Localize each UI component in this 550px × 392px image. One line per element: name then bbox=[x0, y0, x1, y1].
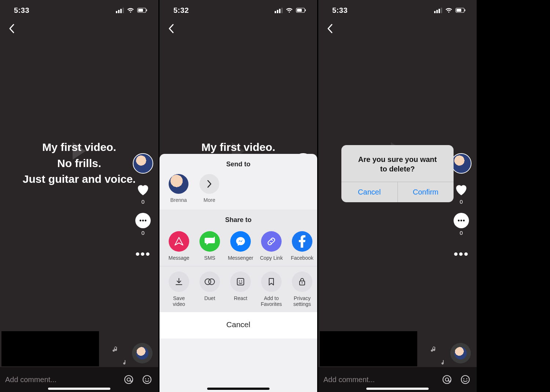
spinning-record[interactable] bbox=[450, 343, 471, 363]
action-label: Privacysettings bbox=[293, 295, 311, 307]
caption-line: My first video. bbox=[160, 139, 317, 155]
svg-rect-2 bbox=[146, 10, 147, 11]
spinning-record[interactable] bbox=[132, 343, 153, 363]
chevron-right-icon bbox=[206, 180, 212, 188]
status-bar: 5:33 bbox=[0, 0, 158, 21]
phone-screen-3: 5:33 0 0 ••• Are you sure you wantto del… bbox=[318, 0, 477, 392]
music-note-icon bbox=[122, 360, 127, 366]
wifi-icon bbox=[286, 8, 293, 13]
svg-point-26 bbox=[463, 220, 465, 222]
cancel-button[interactable]: Cancel bbox=[160, 312, 317, 339]
wifi-icon bbox=[127, 8, 134, 13]
send-to-more[interactable]: More bbox=[198, 174, 220, 203]
like-count: 0 bbox=[142, 199, 144, 205]
cellular-icon bbox=[434, 8, 442, 13]
comment-icon bbox=[454, 213, 469, 228]
friend-avatar bbox=[169, 174, 188, 194]
share-messenger[interactable]: Messenger bbox=[229, 231, 252, 261]
comment-button[interactable]: 0 bbox=[135, 213, 151, 236]
status-bar: 5:33 bbox=[318, 0, 477, 21]
sound-info-row bbox=[318, 323, 477, 367]
back-button[interactable] bbox=[4, 21, 20, 37]
like-button[interactable]: 0 bbox=[135, 182, 151, 205]
svg-point-27 bbox=[443, 376, 451, 384]
like-count: 0 bbox=[460, 199, 463, 205]
lock-icon bbox=[292, 271, 312, 292]
at-icon bbox=[124, 374, 134, 385]
comment-icon bbox=[135, 213, 151, 228]
back-button[interactable] bbox=[163, 21, 179, 37]
alert-cancel-button[interactable]: Cancel bbox=[341, 182, 397, 202]
home-indicator[interactable] bbox=[207, 388, 270, 390]
svg-point-7 bbox=[127, 378, 131, 381]
svg-rect-1 bbox=[138, 9, 143, 12]
more-options-button[interactable]: ••• bbox=[135, 244, 151, 260]
emoji-button[interactable] bbox=[459, 373, 472, 386]
comment-input[interactable]: Add comment... bbox=[323, 376, 435, 384]
status-time: 5:33 bbox=[14, 6, 29, 15]
share-label: Copy Link bbox=[260, 255, 283, 261]
action-label: Add toFavorites bbox=[261, 295, 282, 307]
svg-point-15 bbox=[209, 279, 214, 285]
share-label: Messenger bbox=[228, 255, 253, 261]
svg-point-4 bbox=[142, 220, 144, 222]
share-facebook[interactable]: Facebook bbox=[291, 231, 314, 261]
mention-button[interactable] bbox=[122, 373, 135, 386]
svg-point-10 bbox=[148, 378, 149, 379]
back-button[interactable] bbox=[322, 21, 338, 37]
share-copylink[interactable]: Copy Link bbox=[260, 231, 283, 261]
svg-point-25 bbox=[461, 220, 462, 222]
music-note-icon bbox=[440, 360, 445, 366]
facebook-icon bbox=[292, 231, 312, 252]
action-favorite[interactable]: Add toFavorites bbox=[260, 271, 283, 307]
svg-rect-16 bbox=[237, 278, 244, 285]
action-row: Save video Duet React Add toFavorites Pr… bbox=[160, 266, 317, 312]
action-duet[interactable]: Duet bbox=[198, 271, 221, 307]
action-react[interactable]: React bbox=[229, 271, 252, 307]
chevron-left-icon bbox=[8, 23, 15, 34]
svg-rect-13 bbox=[305, 10, 306, 11]
share-sms[interactable]: SMS bbox=[198, 231, 221, 261]
author-avatar[interactable] bbox=[451, 153, 472, 174]
svg-point-31 bbox=[466, 378, 467, 379]
action-privacy[interactable]: Privacysettings bbox=[291, 271, 314, 307]
svg-point-17 bbox=[239, 281, 240, 282]
more-options-button[interactable]: ••• bbox=[454, 244, 469, 260]
alert-confirm-button[interactable]: Confirm bbox=[397, 182, 454, 202]
comment-count: 0 bbox=[460, 230, 463, 236]
send-to-friend[interactable]: Brenna bbox=[168, 174, 190, 203]
message-icon bbox=[169, 231, 189, 252]
sms-icon bbox=[199, 231, 220, 252]
react-icon bbox=[230, 271, 251, 292]
svg-point-8 bbox=[143, 376, 151, 384]
emoji-button[interactable] bbox=[141, 373, 153, 386]
video-caption: My first video. bbox=[160, 139, 317, 155]
svg-point-24 bbox=[458, 220, 460, 222]
share-message[interactable]: Message bbox=[168, 231, 190, 261]
action-save-video[interactable]: Save video bbox=[168, 271, 190, 307]
comment-button[interactable]: 0 bbox=[454, 213, 469, 236]
home-indicator[interactable] bbox=[48, 388, 110, 390]
cellular-icon bbox=[116, 8, 124, 13]
status-time: 5:33 bbox=[332, 6, 348, 15]
action-label: Duet bbox=[204, 295, 215, 301]
sound-thumbnail bbox=[320, 331, 417, 366]
svg-point-6 bbox=[125, 376, 133, 384]
share-to-title: Share to bbox=[160, 215, 317, 228]
smiley-icon bbox=[460, 374, 470, 385]
comment-input[interactable]: Add comment... bbox=[5, 376, 117, 384]
status-indicators bbox=[116, 8, 147, 13]
friend-label: Brenna bbox=[170, 197, 187, 203]
mention-button[interactable] bbox=[441, 373, 453, 386]
share-label: Facebook bbox=[291, 255, 313, 261]
share-to-row: Message SMS Messenger Copy Link Facebook bbox=[160, 228, 317, 266]
author-avatar[interactable] bbox=[133, 153, 153, 174]
cellular-icon bbox=[275, 8, 283, 13]
alert-message: Are you sure you wantto delete? bbox=[341, 145, 454, 182]
like-button[interactable]: 0 bbox=[454, 182, 469, 205]
share-label: SMS bbox=[204, 255, 215, 261]
svg-point-20 bbox=[301, 282, 302, 283]
home-indicator[interactable] bbox=[366, 388, 429, 390]
send-to-row: Brenna More bbox=[160, 172, 317, 210]
more-icon bbox=[199, 174, 219, 194]
